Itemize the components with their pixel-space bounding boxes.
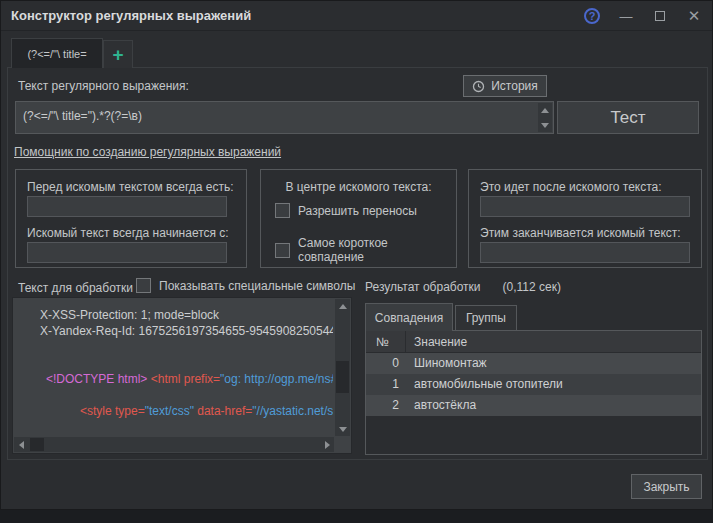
after-input-1[interactable] xyxy=(480,196,690,217)
help-icon: ? xyxy=(584,8,600,24)
results-header: Результат обработки (0,112 сек) xyxy=(365,280,561,294)
scroll-right-icon[interactable] xyxy=(320,437,334,452)
before-input-1[interactable] xyxy=(27,196,227,217)
horizontal-scroll-thumb[interactable] xyxy=(30,438,44,451)
main-pane: Текст регулярного выражения: История (?<… xyxy=(7,67,708,460)
results-table-body: 0Шиномонтаж1автомобильные отопители2авто… xyxy=(366,353,701,416)
source-code-line: · ·· ··· xyxy=(14,301,333,307)
results-table-header: № Значение xyxy=(366,331,701,353)
minimize-button[interactable]: — xyxy=(616,6,636,26)
source-code-line: X-XSS-Protection: 1; mode=block xyxy=(14,307,333,323)
source-label: Текст для обработки xyxy=(18,281,133,295)
maximize-icon xyxy=(655,11,665,21)
group-center: В центре искомого текста: Разрешить пере… xyxy=(260,169,457,268)
plus-icon: + xyxy=(112,44,123,66)
wrap-checkbox-label: Разрешить переносы xyxy=(298,204,417,218)
row-value: Шиномонтаж xyxy=(406,353,701,374)
wrap-checkbox[interactable] xyxy=(275,203,290,218)
results-table: № Значение 0Шиномонтаж1автомобильные ото… xyxy=(365,330,702,455)
row-number: 1 xyxy=(366,374,406,395)
app-window: Конструктор регулярных выражений ? — ✕ (… xyxy=(0,0,713,510)
close-dialog-button[interactable]: Закрыть xyxy=(631,474,702,499)
source-code-line: <!DOCTYPE html> <html prefix="og: http:/… xyxy=(14,371,333,387)
group-before: Перед искомым текстом всегда есть: Иском… xyxy=(15,169,247,268)
close-button[interactable]: ✕ xyxy=(684,6,704,26)
after-input-2[interactable] xyxy=(480,242,690,263)
titlebar: Конструктор регулярных выражений ? — ✕ xyxy=(1,1,712,31)
center-title: В центре искомого текста: xyxy=(261,180,456,194)
row-number: 2 xyxy=(366,395,406,416)
history-button-label: История xyxy=(491,79,538,93)
regex-input-value: (?<=/"\ title=").*?(?=\в) xyxy=(23,109,533,123)
history-clock-icon xyxy=(472,80,485,93)
tab-regex-pattern[interactable]: (?<=/"\ title= xyxy=(11,38,103,68)
show-special-row[interactable]: Показывать специальные символы xyxy=(136,278,355,293)
column-header-number[interactable]: № xyxy=(366,331,406,352)
source-code-line: <style type="text/css" data-href="//yast… xyxy=(14,403,333,419)
window-title: Конструктор регулярных выражений xyxy=(11,8,251,23)
source-code-line: X-Yandex-Req-Id: 1675256197354655-954590… xyxy=(14,323,333,339)
maximize-button[interactable] xyxy=(650,6,670,26)
source-code-line xyxy=(14,419,333,435)
results-label: Результат обработки xyxy=(365,280,481,294)
table-row[interactable]: 2автостёкла xyxy=(366,395,701,416)
scroll-down-icon[interactable] xyxy=(538,118,552,132)
row-value: автостёкла xyxy=(406,395,701,416)
add-tab-button[interactable]: + xyxy=(103,40,133,68)
help-button[interactable]: ? xyxy=(582,6,602,26)
source-horizontal-scrollbar[interactable] xyxy=(14,437,334,452)
shortest-checkbox-row[interactable]: Самое короткое совпадение xyxy=(275,236,456,264)
test-button[interactable]: Тест xyxy=(557,101,699,134)
before-label-2: Искомый текст всегда начинается с: xyxy=(27,226,229,240)
source-code-line xyxy=(14,339,333,355)
after-label-2: Этим заканчивается искомый текст: xyxy=(480,226,681,240)
before-input-2[interactable] xyxy=(27,242,227,263)
shortest-checkbox-label: Самое короткое совпадение xyxy=(298,236,456,264)
table-row[interactable]: 0Шиномонтаж xyxy=(366,353,701,374)
row-value: автомобильные отопители xyxy=(406,374,701,395)
wrap-checkbox-row[interactable]: Разрешить переносы xyxy=(275,203,417,218)
table-row[interactable]: 1автомобильные отопители xyxy=(366,374,701,395)
vertical-scroll-thumb[interactable] xyxy=(336,361,349,393)
scroll-up-icon[interactable] xyxy=(335,299,350,313)
tab-matches[interactable]: Совпадения xyxy=(365,303,453,331)
tab-groups[interactable]: Группы xyxy=(455,305,517,331)
after-label-1: Это идет после искомого текста: xyxy=(480,180,662,194)
source-textarea[interactable]: · ·· ···X-XSS-Protection: 1; mode=blockX… xyxy=(12,297,352,454)
before-label-1: Перед искомым текстом всегда есть: xyxy=(27,180,234,194)
history-button[interactable]: История xyxy=(463,75,547,97)
regex-label: Текст регулярного выражения: xyxy=(18,79,189,93)
scroll-left-icon[interactable] xyxy=(14,437,28,452)
shortest-checkbox[interactable] xyxy=(275,243,290,258)
regex-input[interactable]: (?<=/"\ title=").*?(?=\в) xyxy=(15,101,554,134)
source-vertical-scrollbar[interactable] xyxy=(335,299,350,436)
bottom-strip xyxy=(0,510,713,523)
show-special-label: Показывать специальные символы xyxy=(159,279,355,293)
scroll-up-icon[interactable] xyxy=(538,103,552,117)
group-after: Это идет после искомого текста: Этим зак… xyxy=(468,169,702,268)
show-special-checkbox[interactable] xyxy=(136,278,151,293)
helper-link[interactable]: Помощник по созданию регулярных выражени… xyxy=(14,145,281,159)
scroll-down-icon[interactable] xyxy=(335,422,350,436)
results-time: (0,112 сек) xyxy=(503,280,561,294)
source-code-line xyxy=(14,355,333,371)
regex-input-scrollbar[interactable] xyxy=(538,103,552,132)
row-number: 0 xyxy=(366,353,406,374)
column-header-value[interactable]: Значение xyxy=(406,331,701,352)
titlebar-controls: ? — ✕ xyxy=(582,1,704,31)
source-text: · ·· ···X-XSS-Protection: 1; mode=blockX… xyxy=(14,301,333,435)
desktop: Конструктор регулярных выражений ? — ✕ (… xyxy=(0,0,713,523)
source-code-line xyxy=(14,387,333,403)
